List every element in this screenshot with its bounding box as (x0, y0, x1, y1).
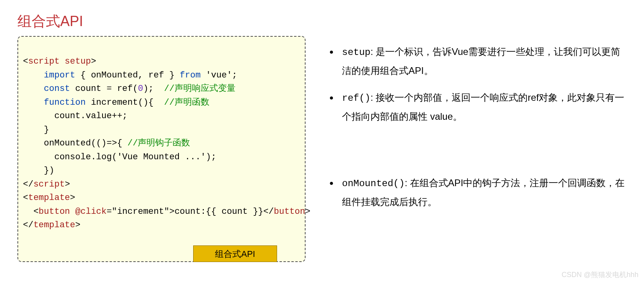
note-keyword: setup (342, 47, 370, 58)
code-line: <script setup> (23, 57, 96, 66)
note-item-onmounted: onMounted(): 在组合式API中的钩子方法，注册一个回调函数，在组件挂… (324, 174, 629, 211)
code-line: const count = ref(0); //声明响应式变量 (23, 84, 236, 94)
note-keyword: onMounted() (342, 178, 405, 189)
note-text: : 接收一个内部值，返回一个响应式的ref对象，此对象只有一个指向内部值的属性 … (342, 92, 624, 122)
watermark: CSDN @熊猫发电机hhh (562, 270, 638, 279)
code-line: </script> (23, 179, 70, 189)
note-text: : 是一个标识，告诉Vue需要进行一些处理，让我们可以更简洁的使用组合式API。 (342, 46, 620, 76)
code-line: <button @click="increment">count:{{ coun… (23, 207, 310, 217)
code-line: <template> (23, 193, 75, 203)
code-block: <script setup> import { onMounted, ref }… (17, 36, 306, 262)
code-line: function increment(){ //声明函数 (23, 98, 209, 107)
code-line: import { onMounted, ref } from 'vue'; (23, 70, 237, 80)
note-keyword: ref() (342, 93, 370, 104)
note-item-ref: ref(): 接收一个内部值，返回一个响应式的ref对象，此对象只有一个指向内部… (324, 89, 629, 126)
code-line: console.log('Vue Mounted ...'); (23, 152, 216, 162)
notes-list: setup: 是一个标识，告诉Vue需要进行一些处理，让我们可以更简洁的使用组合… (324, 43, 629, 220)
code-line: </template> (23, 220, 80, 230)
spacer (324, 134, 629, 174)
note-item-setup: setup: 是一个标识，告诉Vue需要进行一些处理，让我们可以更简洁的使用组合… (324, 43, 629, 80)
code-line: } (23, 125, 49, 135)
page-title: 组合式API (17, 12, 83, 31)
code-line: }) (23, 166, 54, 175)
code-badge: 组合式API (193, 245, 277, 262)
code-line: count.value++; (23, 111, 127, 121)
code-line: onMounted(()=>{ //声明钩子函数 (23, 138, 190, 148)
